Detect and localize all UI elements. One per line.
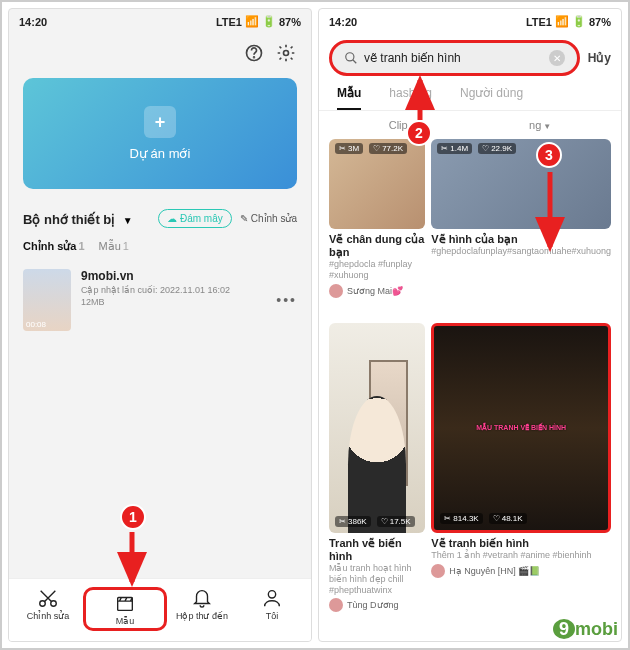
search-input[interactable]: vẽ tranh biến hình ✕	[329, 40, 580, 76]
likes-badge: ♡ 48.1K	[489, 513, 527, 524]
search-icon	[344, 51, 358, 65]
views-badge: ✂ 3M	[335, 143, 363, 154]
plus-icon: +	[144, 106, 176, 138]
pencil-icon: ✎	[240, 213, 248, 224]
annotation-2: 2	[406, 120, 432, 146]
card-subtitle: Thêm 1 ảnh #vetranh #anime #bienhinh	[431, 550, 611, 561]
filter-right[interactable]: ng▼	[529, 119, 551, 131]
status-bar: 14:20 LTE1 📶 🔋 87%	[9, 9, 311, 34]
cloud-icon: ☁	[167, 213, 177, 224]
arrow-1	[117, 527, 157, 597]
status-icons: LTE1 📶 🔋 87%	[216, 15, 301, 28]
person-icon	[261, 587, 283, 609]
search-row: vẽ tranh biến hình ✕ Hủy	[319, 34, 621, 82]
avatar	[329, 284, 343, 298]
status-icons: LTE1 📶 🔋 87%	[526, 15, 611, 28]
project-updated: Cập nhật lần cuối: 2022.11.01 16:02	[81, 285, 266, 295]
new-project-label: Dự án mới	[130, 146, 191, 161]
svg-point-6	[268, 591, 275, 598]
annotation-1: 1	[120, 504, 146, 530]
tab-user[interactable]: Người dùng	[460, 86, 523, 110]
nav-inbox[interactable]: Hộp thư đến	[167, 587, 237, 631]
result-card-highlighted[interactable]: MẪU TRANH VẼ BIẾN HÌNH ✂ 814.3K ♡ 48.1K …	[431, 323, 611, 631]
result-card[interactable]: ✂ 1.4M ♡ 22.9K Vẽ hình của bạn #ghepdocl…	[431, 139, 611, 317]
result-card[interactable]: ✂ 386K ♡ 17.5K Tranh vẽ biến hình Mẫu tr…	[329, 323, 425, 631]
card-subtitle: #ghepdoclafunplay#sangtaomuahe#xuhuong	[431, 246, 611, 257]
clear-icon[interactable]: ✕	[549, 50, 565, 66]
storage-dropdown[interactable]: Bộ nhớ thiết bị ▼	[23, 210, 133, 228]
card-subtitle: #ghepdocla #funplay #xuhuong	[329, 259, 425, 281]
svg-point-1	[254, 57, 255, 58]
bell-icon	[191, 587, 213, 609]
project-tabs: Chỉnh sửa1 Mẫu1	[9, 236, 311, 263]
project-name: 9mobi.vn	[81, 269, 266, 283]
result-card[interactable]: ✂ 3M ♡ 77.2K Vẽ chân dung của bạn #ghepd…	[329, 139, 425, 317]
edit-button[interactable]: ✎ Chỉnh sửa	[240, 209, 297, 228]
card-user: Sương Mai💕	[329, 284, 425, 298]
project-row[interactable]: 00:08 9mobi.vn Cập nhật lần cuối: 2022.1…	[9, 263, 311, 337]
likes-badge: ♡ 17.5K	[377, 516, 415, 527]
card-thumbnail: MẪU TRANH VẼ BIẾN HÌNH ✂ 814.3K ♡ 48.1K	[431, 323, 611, 533]
card-thumbnail: ✂ 1.4M ♡ 22.9K	[431, 139, 611, 229]
likes-badge: ♡ 22.9K	[478, 143, 516, 154]
watermark-logo: 9mobi	[553, 619, 618, 640]
cancel-button[interactable]: Hủy	[588, 51, 611, 65]
avatar	[329, 598, 343, 612]
annotation-3: 3	[536, 142, 562, 168]
storage-row: Bộ nhớ thiết bị ▼ ☁ Đám mây ✎ Chỉnh sửa	[9, 195, 311, 236]
svg-point-2	[284, 51, 289, 56]
filter-row: Clip▼ ng▼	[319, 111, 621, 139]
arrow-3	[532, 167, 572, 262]
status-time: 14:20	[19, 16, 47, 28]
gear-icon[interactable]	[275, 42, 297, 64]
project-size: 12MB	[81, 297, 266, 307]
nav-me[interactable]: Tôi	[237, 587, 307, 631]
card-title: Vẽ chân dung của bạn	[329, 233, 425, 259]
top-bar	[9, 34, 311, 72]
arrow-2	[402, 72, 442, 127]
views-badge: ✂ 1.4M	[437, 143, 472, 154]
card-user: Tùng Dương	[329, 598, 425, 612]
nav-edit[interactable]: Chỉnh sửa	[13, 587, 83, 631]
card-thumbnail: ✂ 386K ♡ 17.5K	[329, 323, 425, 533]
overlay-text: MẪU TRANH VẼ BIẾN HÌNH	[476, 424, 566, 432]
more-icon[interactable]: •••	[276, 292, 297, 308]
status-bar: 14:20 LTE1 📶 🔋 87%	[319, 9, 621, 34]
likes-badge: ♡ 77.2K	[369, 143, 407, 154]
card-title: Tranh vẽ biến hình	[329, 537, 425, 563]
views-badge: ✂ 814.3K	[440, 513, 482, 524]
views-badge: ✂ 386K	[335, 516, 371, 527]
tab-template[interactable]: Mẫu1	[99, 240, 129, 253]
tab-mau[interactable]: Mẫu	[337, 86, 361, 110]
card-title: Vẽ hình của bạn	[431, 233, 611, 246]
avatar	[431, 564, 445, 578]
new-project-button[interactable]: + Dự án mới	[23, 78, 297, 189]
svg-point-7	[346, 53, 354, 61]
project-duration: 00:08	[26, 320, 46, 329]
search-query: vẽ tranh biến hình	[364, 51, 543, 65]
result-tabs: Mẫu hashtag Người dùng	[319, 82, 621, 111]
phone-right: 14:20 LTE1 📶 🔋 87% vẽ tranh biến hình ✕ …	[318, 8, 622, 642]
bottom-nav: Chỉnh sửa Mẫu Hộp thư đến Tôi	[9, 578, 311, 641]
cloud-button[interactable]: ☁ Đám mây	[158, 209, 232, 228]
help-icon[interactable]	[243, 42, 265, 64]
results-grid: ✂ 3M ♡ 77.2K Vẽ chân dung của bạn #ghepd…	[319, 139, 621, 641]
card-title: Vẽ tranh biến hình	[431, 537, 611, 550]
card-user: Hạ Nguyên [HN] 🎬📗	[431, 564, 611, 578]
status-time: 14:20	[329, 16, 357, 28]
project-info: 9mobi.vn Cập nhật lần cuối: 2022.11.01 1…	[81, 269, 266, 307]
chevron-down-icon: ▼	[123, 215, 133, 226]
tab-edit[interactable]: Chỉnh sửa1	[23, 240, 85, 253]
phone-left: 14:20 LTE1 📶 🔋 87% + Dự án mới Bộ nhớ th…	[8, 8, 312, 642]
scissors-icon	[37, 587, 59, 609]
card-subtitle: Mẫu tranh hoạt hình biến hình đẹp chill …	[329, 563, 425, 595]
card-thumbnail: ✂ 3M ♡ 77.2K	[329, 139, 425, 229]
project-thumbnail: 00:08	[23, 269, 71, 331]
